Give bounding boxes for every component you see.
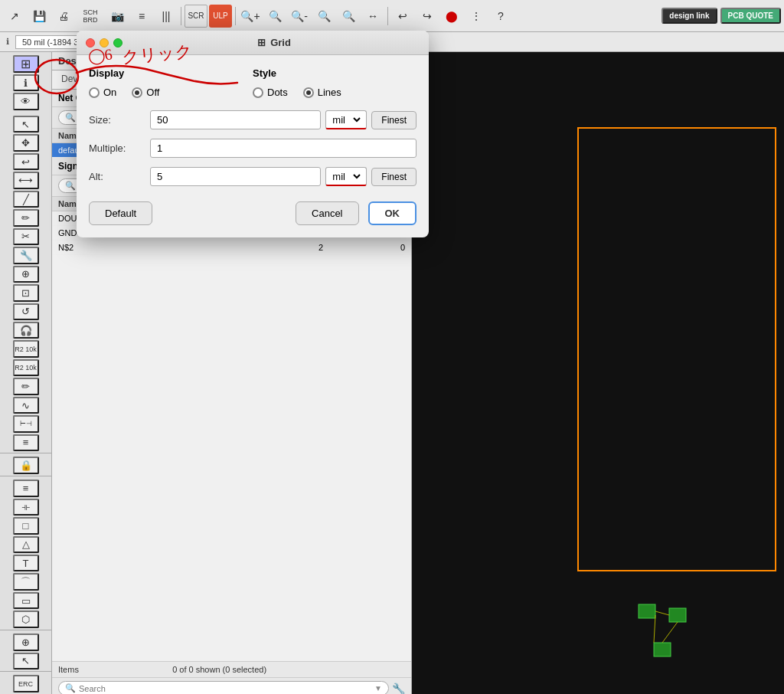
alt-input[interactable]	[150, 167, 321, 186]
grid-dialog: ⊞ Grid Display On	[77, 31, 429, 237]
alt-label: Alt:	[89, 171, 150, 182]
traffic-lights	[86, 38, 122, 47]
alt-unit-select[interactable]: mil mm inch	[325, 167, 367, 186]
style-dots-label: Dots	[267, 87, 288, 98]
display-group: Display On Off	[89, 67, 253, 98]
ok-button[interactable]: OK	[368, 201, 417, 225]
cancel-button[interactable]: Cancel	[296, 201, 358, 225]
dialog-title: ⊞ Grid	[129, 37, 420, 48]
close-btn[interactable]	[86, 38, 95, 47]
display-off-radio[interactable]	[132, 87, 142, 98]
size-label: Size:	[89, 114, 150, 126]
size-unit-dropdown[interactable]: mil mm inch	[329, 113, 363, 126]
grid-icon: ⊞	[257, 37, 266, 48]
display-label: Display	[89, 67, 253, 79]
style-dots-option[interactable]: Dots	[253, 87, 288, 98]
alt-finest-btn[interactable]: Finest	[371, 168, 416, 186]
style-lines-label: Lines	[318, 87, 341, 98]
size-row: Size: mil mm inch Finest	[89, 110, 416, 129]
dialog-titlebar: ⊞ Grid	[77, 31, 429, 55]
style-options: Dots Lines	[253, 87, 416, 98]
style-lines-option[interactable]: Lines	[303, 87, 341, 98]
default-button[interactable]: Default	[89, 201, 152, 225]
style-lines-radio[interactable]	[303, 87, 314, 98]
dialog-overlay: ⊞ Grid Display On	[0, 0, 784, 694]
display-off-option[interactable]: Off	[132, 87, 159, 98]
display-on-label: On	[103, 87, 116, 98]
display-off-label: Off	[146, 87, 159, 98]
alt-unit-dropdown[interactable]: mil mm inch	[329, 170, 363, 183]
multiple-input[interactable]	[150, 139, 416, 158]
size-finest-btn[interactable]: Finest	[371, 111, 416, 129]
display-on-option[interactable]: On	[89, 87, 116, 98]
dialog-buttons: Default Cancel OK	[89, 201, 416, 225]
minimize-btn[interactable]	[100, 38, 109, 47]
style-dots-radio[interactable]	[253, 87, 263, 98]
dialog-body: Display On Off	[77, 55, 429, 237]
style-label: Style	[253, 67, 416, 79]
style-group: Style Dots Lines	[253, 67, 416, 98]
multiple-row: Multiple:	[89, 139, 416, 158]
maximize-btn[interactable]	[113, 38, 122, 47]
display-options: On Off	[89, 87, 253, 98]
style-lines-dot	[306, 90, 311, 95]
display-on-radio[interactable]	[89, 87, 100, 98]
alt-row: Alt: mil mm inch Finest	[89, 167, 416, 186]
display-off-dot	[135, 90, 139, 95]
size-input[interactable]	[150, 110, 321, 129]
size-unit-select[interactable]: mil mm inch	[325, 110, 367, 129]
display-style-row: Display On Off	[89, 67, 416, 98]
multiple-label: Multiple:	[89, 142, 150, 154]
